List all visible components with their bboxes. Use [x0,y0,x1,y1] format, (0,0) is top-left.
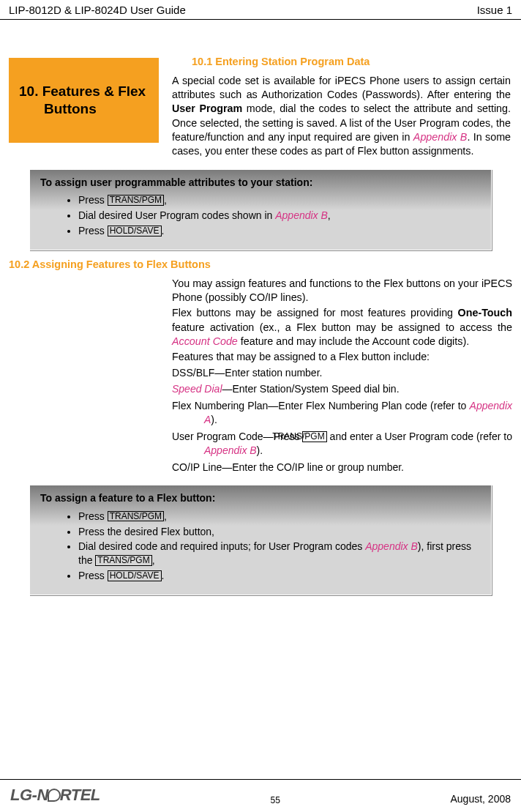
section-10-2-paragraph-3: Features that may be assigned to a Flex … [172,350,512,364]
logo-swirl-icon [48,789,61,802]
appendix-link: Appendix B [275,209,328,221]
appendix-link: Appendix B [413,131,468,143]
list-item: Press HOLD/SAVE. [78,224,481,238]
keycap-hold-save: HOLD/SAVE [108,226,162,236]
feature-item-dss-blf: DSS/BLF—Enter station number. [172,366,512,380]
page-footer: LG-NRTEL 55 August, 2008 [0,779,521,806]
bold-term: User Program [172,103,242,114]
list-item: Press TRANS/PGM, [78,193,481,207]
bold-term: One-Touch [458,307,512,319]
feature-definition-list: DSS/BLF—Enter station number. Speed Dial… [172,366,512,474]
list-item: Dial desired code and required inputs; f… [78,540,481,567]
text-run: A special code set is available for iPEC… [172,75,511,100]
section-heading-10-1: 10.1 Entering Station Program Data [192,55,512,70]
appendix-link: Appendix B [204,444,257,456]
text-run: . [162,225,165,236]
appendix-link: Appendix B [365,540,418,552]
text-run: Press [78,225,108,236]
text-run: , [164,194,167,206]
chapter-callout-box: 10. Features & Flex Buttons [9,58,159,143]
section-10-1-paragraph: A special code set is available for iPEC… [172,74,512,159]
feature-item-co-ip-line: CO/IP Line—Enter the CO/IP line or group… [172,461,512,474]
instruction-box-2: To assign a feature to a Flex button: Pr… [29,485,492,595]
page-number: 55 [270,794,280,806]
speed-dial-term: Speed Dial [172,383,222,395]
text-run: Press [78,510,108,522]
text-run: feature activation (ex., a Flex button m… [172,321,512,333]
lg-nortel-logo: LG-NRTEL [10,784,100,806]
list-item: Press the desired Flex button, [78,525,481,539]
instruction-list: Press TRANS/PGM, Press the desired Flex … [40,510,481,583]
text-run: —Enter Station/System Speed dial bin. [222,383,400,395]
text-run: Dial desired User Program codes shown in [78,209,275,221]
keycap-trans-pgm: TRANS/PGM [302,431,326,442]
list-item: Press TRANS/PGM, [78,510,481,524]
text-run: ). [211,414,217,425]
text-run: , [164,510,167,522]
text-run: , [328,209,331,221]
text-run: Press [78,194,108,206]
text-run: , [152,554,155,566]
text-run: and enter a User Program code (refer to [327,431,512,442]
instruction-title: To assign user programmable attributes t… [40,176,481,190]
instruction-box-1: To assign user programmable attributes t… [29,169,492,251]
issue-label: Issue 1 [477,3,512,18]
logo-part-a: LG-N [10,786,48,804]
feature-item-user-program-code: User Program Code—Press TRANS/PGM and en… [172,430,512,458]
keycap-trans-pgm: TRANS/PGM [108,511,164,522]
feature-item-speed-dial: Speed Dial—Enter Station/System Speed di… [172,382,512,396]
footer-date: August, 2008 [450,792,511,806]
chapter-line-2: Buttons [19,100,149,118]
section-10-2-paragraph-1: You may assign features and functions to… [172,277,512,305]
text-run: Flex Numbering Plan—Enter Flex Numbering… [172,400,470,411]
page-header: LIP-8012D & LIP-8024D User Guide Issue 1 [0,0,521,20]
logo-part-b: RTEL [60,786,100,804]
text-run: ). [257,444,263,456]
section-10-2-paragraph-2: Flex buttons may be assigned for most fe… [172,306,512,349]
section-heading-10-2: 10.2 Assigning Features to Flex Buttons [9,258,512,272]
keycap-trans-pgm: TRANS/PGM [108,195,164,206]
top-row: 10. Features & Flex Buttons 10.1 Enterin… [9,55,512,158]
text-run: feature and may include the Account code… [238,335,469,347]
chapter-line-1: 10. Features & Flex [19,83,149,100]
keycap-trans-pgm: TRANS/PGM [95,555,151,566]
doc-title: LIP-8012D & LIP-8024D User Guide [9,3,186,18]
instruction-list: Press TRANS/PGM, Dial desired User Progr… [40,193,481,238]
content-area: 10. Features & Flex Buttons 10.1 Enterin… [0,20,521,595]
text-run: Flex buttons may be assigned for most fe… [172,307,458,319]
list-item: Press HOLD/SAVE. [78,569,481,583]
text-run: Press [78,570,108,581]
instruction-title: To assign a feature to a Flex button: [40,491,481,505]
account-code-term: Account Code [172,335,238,347]
text-run: . [162,570,165,581]
text-run: Dial desired code and required inputs; f… [78,540,365,552]
list-item: Dial desired User Program codes shown in… [78,209,481,223]
keycap-hold-save: HOLD/SAVE [108,570,162,581]
feature-item-flex-numbering: Flex Numbering Plan—Enter Flex Numbering… [172,399,512,427]
